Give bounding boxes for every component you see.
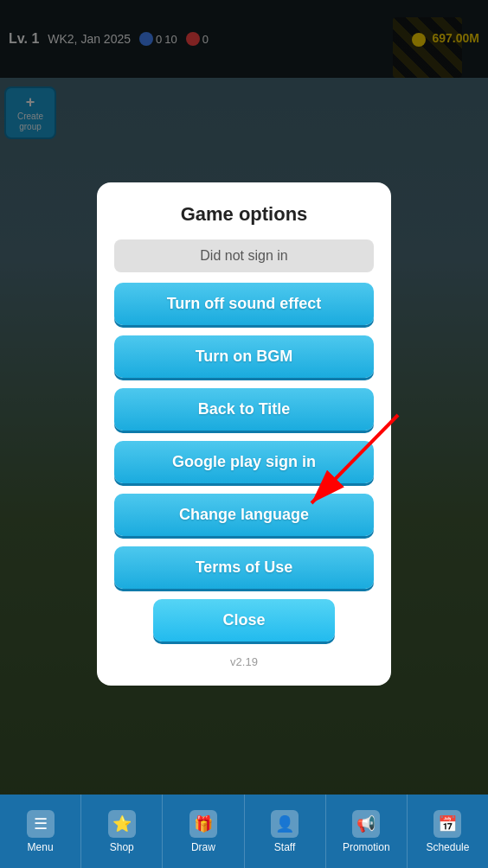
nav-schedule[interactable]: 📅 Schedule (408, 795, 488, 868)
nav-schedule-label: Schedule (426, 841, 469, 853)
close-button[interactable]: Close (153, 599, 335, 641)
nav-promotion-label: Promotion (343, 841, 390, 853)
game-options-modal: Game options Did not sign in Turn off so… (97, 182, 391, 686)
modal-overlay[interactable]: Game options Did not sign in Turn off so… (0, 0, 488, 868)
google-play-signin-button[interactable]: Google play sign in (114, 441, 374, 483)
nav-draw[interactable]: 🎁 Draw (163, 795, 244, 868)
terms-of-use-button[interactable]: Terms of Use (114, 546, 374, 589)
nav-draw-label: Draw (191, 841, 215, 853)
nav-menu[interactable]: ☰ Menu (0, 795, 81, 868)
nav-shop[interactable]: ⭐ Shop (81, 795, 163, 868)
nav-staff-label: Staff (274, 841, 295, 853)
staff-icon: 👤 (271, 810, 299, 838)
version-label: v2.19 (230, 655, 258, 668)
nav-promotion[interactable]: 📢 Promotion (326, 795, 408, 868)
nav-staff[interactable]: 👤 Staff (245, 795, 326, 868)
modal-title: Game options (181, 203, 308, 226)
change-language-button[interactable]: Change language (114, 494, 374, 536)
turn-off-sound-button[interactable]: Turn off sound effect (114, 283, 374, 325)
draw-icon: 🎁 (189, 810, 217, 838)
promotion-icon: 📢 (352, 810, 380, 838)
menu-icon: ☰ (27, 810, 55, 838)
schedule-icon: 📅 (433, 810, 461, 838)
turn-on-bgm-button[interactable]: Turn on BGM (114, 335, 374, 378)
nav-shop-label: Shop (110, 841, 134, 853)
shop-icon: ⭐ (108, 810, 136, 838)
nav-menu-label: Menu (28, 841, 54, 853)
bottom-nav: ☰ Menu ⭐ Shop 🎁 Draw 👤 Staff 📢 Promotion… (0, 795, 488, 868)
sign-in-status: Did not sign in (114, 239, 374, 272)
back-to-title-button[interactable]: Back to Title (114, 388, 374, 431)
